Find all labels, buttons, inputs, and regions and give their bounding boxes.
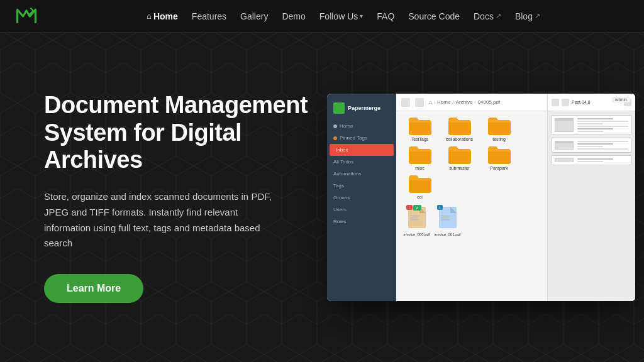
sidebar-roles[interactable]: Roles [327, 216, 396, 228]
doc-item-2[interactable]: i invoice_001.pdf [433, 207, 462, 236]
nav-gallery[interactable]: Gallery [235, 9, 273, 24]
folder-icon [488, 146, 511, 164]
app-file-grid: TestTags collaborations testing [396, 111, 547, 301]
sidebar-pinned-dot [333, 136, 337, 140]
preview-page-3[interactable] [552, 155, 631, 165]
toolbar-forward-btn[interactable] [415, 98, 424, 107]
home-icon: ⌂ [147, 11, 152, 21]
folder-icon [409, 175, 431, 193]
app-toolbar: ⌂ / Home / Archive / 04005.pdf [396, 94, 547, 111]
page-thumbnail [555, 118, 574, 132]
doc-icon-2 [439, 207, 457, 228]
hero-description: Store, organize and index scanned docume… [44, 189, 283, 251]
folder-icon [488, 118, 511, 135]
docs-external-icon: ↗ [496, 12, 501, 20]
svg-rect-2 [410, 216, 420, 217]
page-thumbnail-2 [555, 141, 574, 150]
folder-icon [409, 118, 431, 135]
preview-edit-btn[interactable] [562, 99, 569, 106]
toolbar-breadcrumb: ⌂ / Home / Archive / 04005.pdf [429, 99, 500, 105]
folder-submaster[interactable]: submaster [442, 146, 477, 170]
svg-rect-0 [15, 5, 38, 28]
svg-rect-6 [441, 216, 451, 217]
folder-label: misc [415, 166, 424, 170]
learn-more-button[interactable]: Learn More [44, 274, 143, 303]
sidebar-inbox[interactable]: Inbox [330, 144, 394, 156]
hero-text: Document Management System for Digital A… [44, 92, 308, 303]
nav-links: ⌂ Home Features Gallery Demo Follow Us ▾ [58, 9, 629, 24]
toolbar-back-btn[interactable] [401, 98, 410, 107]
nav-features[interactable]: Features [187, 9, 231, 24]
svg-rect-4 [410, 219, 419, 221]
nav-demo[interactable]: Demo [277, 9, 310, 24]
admin-badge: admin [612, 97, 630, 102]
follow-us-arrow: ▾ [360, 13, 363, 19]
folder-collaborations[interactable]: collaborations [442, 118, 477, 141]
doc-item-1[interactable]: ! ✓ invoice_000.pdf [402, 207, 431, 236]
page-thumbnail-3 [555, 158, 574, 162]
doc-tag-blue: i [437, 205, 443, 210]
preview-page-2[interactable] [552, 138, 631, 153]
sidebar-tags[interactable]: Tags [327, 180, 396, 192]
preview-page-1[interactable] [552, 115, 631, 135]
preview-pages [548, 111, 635, 301]
sidebar-home-dot [333, 124, 337, 128]
folder-label: Parapark [490, 166, 508, 170]
sidebar-pinned-tags[interactable]: Pinned Tags [327, 132, 396, 144]
app-logo-icon [333, 102, 345, 114]
hero-title: Document Management System for Digital A… [44, 92, 308, 174]
folder-testtags[interactable]: TestTags [402, 118, 437, 141]
folder-icon [409, 146, 431, 164]
app-preview: Pest 04.8 [547, 94, 635, 301]
folder-icon [448, 118, 471, 135]
blog-external-icon: ↗ [535, 12, 540, 20]
hero-section: Document Management System for Digital A… [0, 33, 644, 362]
svg-rect-8 [441, 219, 450, 221]
folder-parapark[interactable]: Parapark [482, 146, 516, 170]
doc-tag-green: ✓ [413, 205, 421, 211]
doc-tag-red: ! [406, 205, 413, 210]
folder-label: submaster [449, 166, 470, 170]
sidebar-users[interactable]: Users [327, 204, 396, 216]
nav-docs[interactable]: Docs ↗ [469, 9, 506, 24]
nav-source-code[interactable]: Source Code [403, 9, 465, 24]
folder-label: cci [417, 195, 423, 199]
hero-image: Papermerge Home Pinned Tags Inbox All To… [308, 94, 635, 301]
sidebar-todos[interactable]: All Todos [327, 156, 396, 168]
app-logo-text: Papermerge [348, 105, 380, 111]
svg-rect-7 [441, 217, 448, 219]
sidebar-home[interactable]: Home [327, 120, 396, 132]
folder-testing[interactable]: testing [482, 118, 516, 141]
svg-rect-3 [410, 217, 418, 219]
navbar: ⌂ Home Features Gallery Demo Follow Us ▾ [0, 0, 644, 33]
folder-icon [448, 146, 471, 164]
tagged-docs-row: ! ✓ invoice_000.pdf [402, 207, 541, 236]
app-sidebar-logo: Papermerge [327, 99, 396, 120]
app-sidebar: Papermerge Home Pinned Tags Inbox All To… [327, 94, 396, 301]
nav-blog[interactable]: Blog ↗ [510, 9, 545, 24]
app-main: ⌂ / Home / Archive / 04005.pdf [396, 94, 547, 301]
app-screenshot: Papermerge Home Pinned Tags Inbox All To… [327, 94, 635, 301]
preview-close-btn[interactable] [552, 99, 559, 106]
logo-icon [15, 5, 38, 28]
sidebar-groups[interactable]: Groups [327, 192, 396, 204]
folder-label: testing [492, 137, 506, 141]
sidebar-automations[interactable]: Automations [327, 168, 396, 180]
folder-misc[interactable]: misc [402, 146, 437, 170]
nav-home-label: Home [153, 11, 178, 21]
logo[interactable] [15, 5, 38, 28]
folder-label: TestTags [411, 137, 429, 141]
folder-cci[interactable]: cci [402, 175, 437, 199]
folder-label: collaborations [446, 137, 473, 141]
nav-faq[interactable]: FAQ [372, 9, 399, 24]
nav-follow-us[interactable]: Follow Us ▾ [314, 9, 368, 24]
nav-home[interactable]: ⌂ Home [142, 9, 183, 24]
